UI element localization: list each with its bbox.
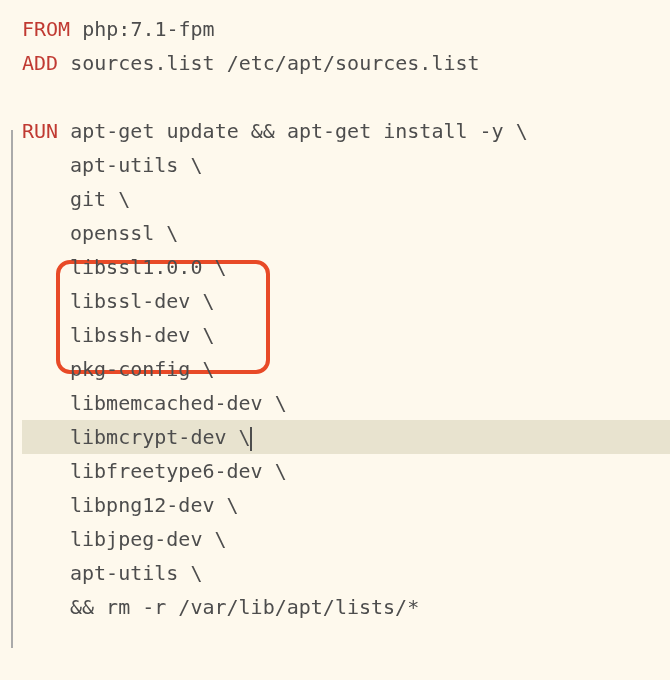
code-line: libpng12-dev \ — [22, 488, 670, 522]
code-line: git \ — [22, 182, 670, 216]
code-text: apt-utils \ — [70, 153, 202, 177]
code-text: libssl1.0.0 \ — [70, 255, 227, 279]
blank-line — [22, 80, 670, 114]
code-text: openssl \ — [70, 221, 178, 245]
code-line: pkg-config \ — [22, 352, 670, 386]
code-line: apt-utils \ — [22, 556, 670, 590]
code-line: libssl-dev \ — [22, 284, 670, 318]
code-text: && rm -r /var/lib/apt/lists/* — [70, 595, 419, 619]
code-line: libjpeg-dev \ — [22, 522, 670, 556]
code-text: apt-get update && apt-get install -y \ — [58, 119, 528, 143]
code-line: libfreetype6-dev \ — [22, 454, 670, 488]
dockerfile-keyword: ADD — [22, 51, 58, 75]
code-line: RUN apt-get update && apt-get install -y… — [22, 114, 670, 148]
code-line-active: libmcrypt-dev \ — [22, 420, 670, 454]
text-cursor — [250, 427, 252, 451]
code-line: openssl \ — [22, 216, 670, 250]
code-text: apt-utils \ — [70, 561, 202, 585]
code-text: libssh-dev \ — [70, 323, 215, 347]
dockerfile-keyword: FROM — [22, 17, 70, 41]
code-text: git \ — [70, 187, 130, 211]
code-line: libssl1.0.0 \ — [22, 250, 670, 284]
code-text: libssl-dev \ — [70, 289, 215, 313]
code-text: sources.list /etc/apt/sources.list — [58, 51, 479, 75]
code-line: apt-utils \ — [22, 148, 670, 182]
dockerfile-keyword: RUN — [22, 119, 58, 143]
gutter-indent-line — [11, 130, 13, 648]
code-text: libmcrypt-dev \ — [70, 425, 251, 449]
code-line: ADD sources.list /etc/apt/sources.list — [22, 46, 670, 80]
code-block: FROM php:7.1-fpm ADD sources.list /etc/a… — [22, 12, 670, 624]
code-line: libssh-dev \ — [22, 318, 670, 352]
code-line: && rm -r /var/lib/apt/lists/* — [22, 590, 670, 624]
code-text: libjpeg-dev \ — [70, 527, 227, 551]
code-line: libmemcached-dev \ — [22, 386, 670, 420]
code-line: FROM php:7.1-fpm — [22, 12, 670, 46]
code-text: libpng12-dev \ — [70, 493, 239, 517]
code-text: pkg-config \ — [70, 357, 215, 381]
code-text: libfreetype6-dev \ — [70, 459, 287, 483]
code-text: libmemcached-dev \ — [70, 391, 287, 415]
code-text: php:7.1-fpm — [70, 17, 215, 41]
